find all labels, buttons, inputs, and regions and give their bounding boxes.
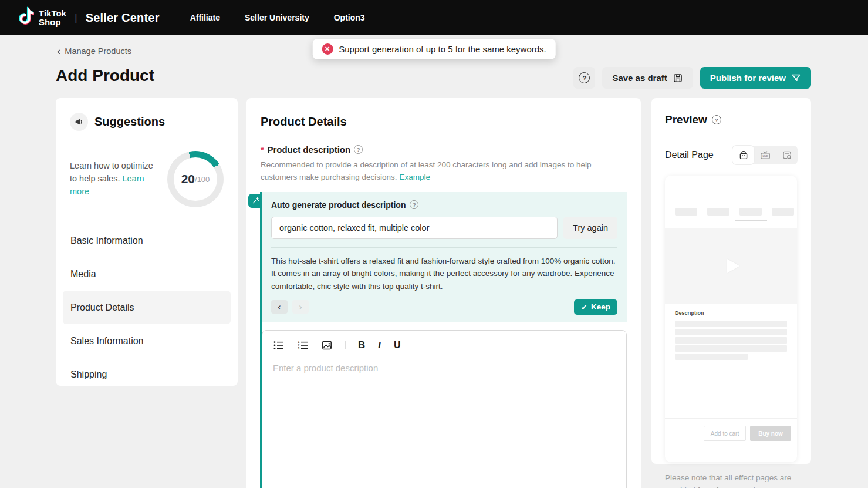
preview-tab-group: LIVE [732, 146, 798, 164]
example-link[interactable]: Example [399, 173, 430, 181]
sidebar-item-shipping[interactable]: Shipping [63, 358, 231, 391]
phone-skeleton-lines [665, 316, 797, 360]
buy-now-button: Buy now [750, 426, 791, 441]
publish-label: Publish for review [710, 73, 786, 83]
preview-panel: Preview ? Detail Page [651, 98, 811, 464]
suggestions-panel: Suggestions Learn how to optimize to hel… [56, 98, 238, 386]
generated-description: This hot-sale t-shirt offers a relaxed f… [271, 255, 617, 293]
tiktok-note-icon [14, 5, 34, 30]
phone-gap [665, 221, 797, 228]
svg-text:LIVE: LIVE [762, 154, 768, 157]
add-to-cart-button: Add to cart [704, 426, 746, 441]
next-result-button[interactable]: › [292, 300, 309, 314]
filter-funnel-icon [791, 73, 801, 83]
editor-placeholder: Enter a product description [262, 355, 626, 381]
preview-mode-row: Detail Page LIVE [665, 146, 798, 164]
auto-generate-label: Auto generate product description [271, 200, 406, 210]
generated-controls: ‹ › ✓ Keep [271, 299, 617, 315]
top-nav-option3[interactable]: Option3 [334, 13, 365, 22]
question-circle-icon[interactable]: ? [410, 200, 418, 209]
check-icon: ✓ [581, 302, 587, 312]
page-title: Add Product [56, 66, 154, 85]
skeleton-tab [739, 208, 762, 216]
save-draft-label: Save as draft [612, 73, 667, 83]
bullet-list-icon[interactable] [273, 339, 285, 351]
phone-description-label: Description [665, 304, 797, 316]
suggestions-description: Learn how to optimize to help sales. Lea… [70, 160, 159, 198]
top-nav: Affiliate Seller University Option3 [190, 13, 365, 22]
ordered-list-icon[interactable]: 1 2 3 [297, 339, 309, 351]
keep-button[interactable]: ✓ Keep [574, 299, 617, 315]
suggestions-title: Suggestions [94, 115, 165, 129]
skeleton-line [675, 354, 748, 360]
skeleton-line [675, 321, 787, 327]
product-description-label-row: * Product description ? [261, 144, 627, 154]
preview-note: Please note that all effect pages are pr… [665, 472, 793, 488]
italic-icon[interactable]: I [377, 339, 381, 351]
tiktok-shop-logo[interactable]: TikTok Shop [14, 5, 66, 30]
skeleton-tab [675, 208, 697, 216]
tab-page-search[interactable] [776, 146, 798, 164]
toolbar-divider [345, 341, 346, 349]
publish-for-review-button[interactable]: Publish for review [700, 67, 811, 89]
underline-icon[interactable]: U [394, 340, 401, 351]
phone-preview: Description Add to cart Buy now [665, 176, 797, 462]
error-x-icon: ✕ [322, 43, 333, 55]
product-description-label: Product description [267, 144, 350, 154]
sidebar-item-media[interactable]: Media [63, 257, 231, 291]
score-ring: 20/100 [167, 151, 224, 207]
play-icon [718, 253, 744, 279]
auto-generate-label-row: Auto generate product description ? [271, 200, 617, 210]
tab-detail-page[interactable] [732, 146, 754, 164]
active-tab-underline [735, 220, 767, 221]
preview-mode-label: Detail Page [665, 150, 714, 160]
skeleton-tab [772, 208, 794, 216]
phone-top-spacer [665, 176, 797, 208]
bold-icon[interactable]: B [358, 339, 365, 351]
image-icon[interactable] [321, 339, 333, 351]
sidebar-item-sales-information[interactable]: Sales Information [63, 324, 231, 358]
top-nav-seller-university[interactable]: Seller University [245, 13, 309, 22]
field-hint: Recommended to provide a description of … [261, 159, 617, 184]
breadcrumb[interactable]: ‹ Manage Products [57, 46, 131, 56]
top-nav-affiliate[interactable]: Affiliate [190, 13, 220, 22]
toast-notification: ✕ Support generation of up to 5 for the … [312, 39, 556, 59]
previous-result-button[interactable]: ‹ [271, 300, 288, 314]
description-region: Auto generate product description ? Try … [260, 192, 627, 488]
brand-text: TikTok Shop [39, 9, 66, 26]
sections-nav: Basic Information Media Product Details … [63, 224, 231, 391]
brand-divider: | [75, 12, 77, 24]
question-circle-icon: ? [579, 72, 590, 83]
phone-footer: Add to cart Buy now [665, 418, 797, 462]
phone-video-area [665, 228, 797, 304]
suggestions-header: Suggestions [70, 113, 224, 131]
required-mark: * [261, 145, 264, 154]
skeleton-tab [707, 208, 729, 216]
add-product-page: TikTok Shop | Seller Center Affiliate Se… [0, 0, 868, 488]
sidebar-item-product-details[interactable]: Product Details [63, 291, 231, 324]
question-circle-icon[interactable]: ? [712, 115, 721, 124]
skeleton-line [675, 337, 787, 344]
divider [271, 247, 617, 248]
try-again-button[interactable]: Try again [563, 217, 617, 239]
editor-toolbar: 1 2 3 B I U [262, 331, 626, 355]
save-icon [673, 73, 683, 83]
topbar: TikTok Shop | Seller Center Affiliate Se… [0, 0, 868, 35]
sidebar-item-basic-information[interactable]: Basic Information [63, 224, 231, 257]
keywords-input[interactable] [271, 217, 558, 239]
suggestions-body: Learn how to optimize to help sales. Lea… [70, 151, 224, 207]
toast-message: Support generation of up to 5 for the sa… [339, 44, 546, 54]
tab-live[interactable]: LIVE [754, 146, 776, 164]
description-editor[interactable]: 1 2 3 B I U [262, 330, 627, 488]
header-actions: ? Save as draft Publish for review [573, 67, 811, 89]
skeleton-line [675, 345, 787, 352]
score-max: /100 [195, 175, 210, 184]
keywords-row: Try again [271, 217, 617, 239]
help-button[interactable]: ? [573, 67, 595, 89]
skeleton-line [675, 329, 787, 335]
auto-generate-box: Auto generate product description ? Try … [262, 192, 627, 322]
preview-title: Preview [665, 113, 707, 126]
save-as-draft-button[interactable]: Save as draft [602, 67, 693, 89]
magic-wand-icon [248, 194, 262, 208]
question-circle-icon[interactable]: ? [354, 145, 363, 154]
